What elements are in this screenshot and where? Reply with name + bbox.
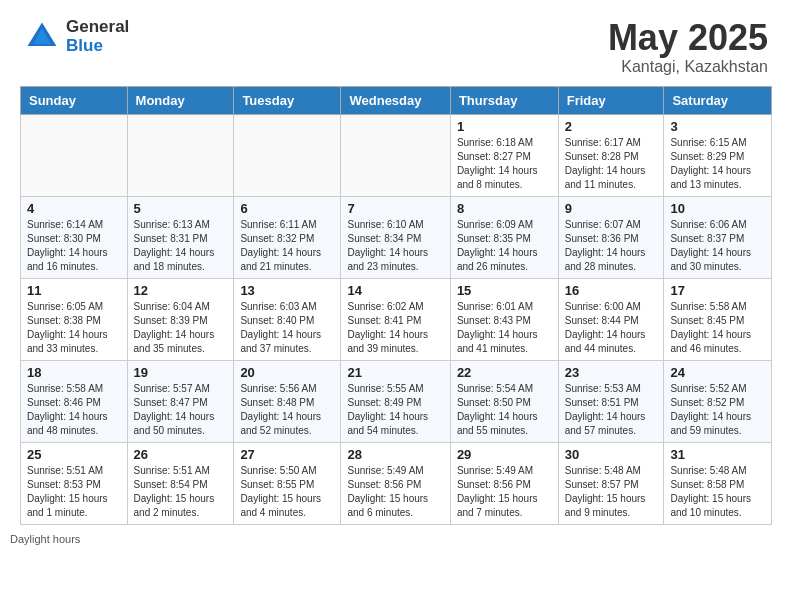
day-number: 22 [457, 365, 552, 380]
day-info: Sunrise: 5:56 AMSunset: 8:48 PMDaylight:… [240, 383, 321, 436]
day-number: 19 [134, 365, 228, 380]
logo-blue: Blue [66, 37, 129, 56]
calendar-day-header: Tuesday [234, 86, 341, 114]
calendar-day-cell: 11 Sunrise: 6:05 AMSunset: 8:38 PMDaylig… [21, 278, 128, 360]
day-number: 3 [670, 119, 765, 134]
day-info: Sunrise: 6:09 AMSunset: 8:35 PMDaylight:… [457, 219, 538, 272]
day-number: 2 [565, 119, 658, 134]
footer: Daylight hours [0, 525, 792, 549]
calendar-day-cell: 21 Sunrise: 5:55 AMSunset: 8:49 PMDaylig… [341, 360, 450, 442]
day-info: Sunrise: 6:04 AMSunset: 8:39 PMDaylight:… [134, 301, 215, 354]
day-info: Sunrise: 5:48 AMSunset: 8:57 PMDaylight:… [565, 465, 646, 518]
day-info: Sunrise: 5:49 AMSunset: 8:56 PMDaylight:… [457, 465, 538, 518]
day-info: Sunrise: 6:18 AMSunset: 8:27 PMDaylight:… [457, 137, 538, 190]
day-info: Sunrise: 5:48 AMSunset: 8:58 PMDaylight:… [670, 465, 751, 518]
footer-text: Daylight hours [10, 533, 80, 545]
calendar-table: SundayMondayTuesdayWednesdayThursdayFrid… [20, 86, 772, 525]
calendar-day-header: Friday [558, 86, 664, 114]
day-info: Sunrise: 6:07 AMSunset: 8:36 PMDaylight:… [565, 219, 646, 272]
calendar-day-cell: 18 Sunrise: 5:58 AMSunset: 8:46 PMDaylig… [21, 360, 128, 442]
calendar-day-cell: 27 Sunrise: 5:50 AMSunset: 8:55 PMDaylig… [234, 442, 341, 524]
calendar-day-cell: 22 Sunrise: 5:54 AMSunset: 8:50 PMDaylig… [450, 360, 558, 442]
day-info: Sunrise: 5:50 AMSunset: 8:55 PMDaylight:… [240, 465, 321, 518]
calendar-day-cell: 12 Sunrise: 6:04 AMSunset: 8:39 PMDaylig… [127, 278, 234, 360]
day-number: 28 [347, 447, 443, 462]
calendar-day-cell: 25 Sunrise: 5:51 AMSunset: 8:53 PMDaylig… [21, 442, 128, 524]
day-info: Sunrise: 5:53 AMSunset: 8:51 PMDaylight:… [565, 383, 646, 436]
day-info: Sunrise: 6:00 AMSunset: 8:44 PMDaylight:… [565, 301, 646, 354]
calendar-day-cell: 24 Sunrise: 5:52 AMSunset: 8:52 PMDaylig… [664, 360, 772, 442]
day-number: 14 [347, 283, 443, 298]
day-info: Sunrise: 5:51 AMSunset: 8:53 PMDaylight:… [27, 465, 108, 518]
day-info: Sunrise: 6:03 AMSunset: 8:40 PMDaylight:… [240, 301, 321, 354]
calendar-day-header: Sunday [21, 86, 128, 114]
day-info: Sunrise: 5:51 AMSunset: 8:54 PMDaylight:… [134, 465, 215, 518]
calendar-day-cell: 23 Sunrise: 5:53 AMSunset: 8:51 PMDaylig… [558, 360, 664, 442]
day-info: Sunrise: 5:52 AMSunset: 8:52 PMDaylight:… [670, 383, 751, 436]
day-info: Sunrise: 6:11 AMSunset: 8:32 PMDaylight:… [240, 219, 321, 272]
calendar-day-cell: 30 Sunrise: 5:48 AMSunset: 8:57 PMDaylig… [558, 442, 664, 524]
calendar-day-cell: 28 Sunrise: 5:49 AMSunset: 8:56 PMDaylig… [341, 442, 450, 524]
calendar-day-cell: 7 Sunrise: 6:10 AMSunset: 8:34 PMDayligh… [341, 196, 450, 278]
location: Kantagi, Kazakhstan [608, 58, 768, 76]
calendar-day-cell: 6 Sunrise: 6:11 AMSunset: 8:32 PMDayligh… [234, 196, 341, 278]
day-info: Sunrise: 6:15 AMSunset: 8:29 PMDaylight:… [670, 137, 751, 190]
day-number: 27 [240, 447, 334, 462]
calendar-day-cell: 16 Sunrise: 6:00 AMSunset: 8:44 PMDaylig… [558, 278, 664, 360]
calendar-day-cell: 20 Sunrise: 5:56 AMSunset: 8:48 PMDaylig… [234, 360, 341, 442]
logo-general: General [66, 18, 129, 37]
logo-text: General Blue [66, 18, 129, 55]
day-number: 20 [240, 365, 334, 380]
day-number: 12 [134, 283, 228, 298]
calendar-week-row: 11 Sunrise: 6:05 AMSunset: 8:38 PMDaylig… [21, 278, 772, 360]
day-number: 31 [670, 447, 765, 462]
day-number: 24 [670, 365, 765, 380]
day-number: 11 [27, 283, 121, 298]
title-block: May 2025 Kantagi, Kazakhstan [608, 18, 768, 76]
calendar-day-cell: 3 Sunrise: 6:15 AMSunset: 8:29 PMDayligh… [664, 114, 772, 196]
day-number: 18 [27, 365, 121, 380]
day-number: 15 [457, 283, 552, 298]
day-info: Sunrise: 5:58 AMSunset: 8:46 PMDaylight:… [27, 383, 108, 436]
calendar-header-row: SundayMondayTuesdayWednesdayThursdayFrid… [21, 86, 772, 114]
calendar-day-cell: 1 Sunrise: 6:18 AMSunset: 8:27 PMDayligh… [450, 114, 558, 196]
day-number: 6 [240, 201, 334, 216]
day-number: 21 [347, 365, 443, 380]
calendar-day-cell: 2 Sunrise: 6:17 AMSunset: 8:28 PMDayligh… [558, 114, 664, 196]
calendar-day-cell: 19 Sunrise: 5:57 AMSunset: 8:47 PMDaylig… [127, 360, 234, 442]
day-info: Sunrise: 6:13 AMSunset: 8:31 PMDaylight:… [134, 219, 215, 272]
month-title: May 2025 [608, 18, 768, 58]
calendar-day-cell: 14 Sunrise: 6:02 AMSunset: 8:41 PMDaylig… [341, 278, 450, 360]
calendar-day-cell: 4 Sunrise: 6:14 AMSunset: 8:30 PMDayligh… [21, 196, 128, 278]
calendar-day-cell: 17 Sunrise: 5:58 AMSunset: 8:45 PMDaylig… [664, 278, 772, 360]
calendar-day-cell: 8 Sunrise: 6:09 AMSunset: 8:35 PMDayligh… [450, 196, 558, 278]
day-info: Sunrise: 5:55 AMSunset: 8:49 PMDaylight:… [347, 383, 428, 436]
calendar-day-cell: 5 Sunrise: 6:13 AMSunset: 8:31 PMDayligh… [127, 196, 234, 278]
calendar-day-cell: 15 Sunrise: 6:01 AMSunset: 8:43 PMDaylig… [450, 278, 558, 360]
day-number: 8 [457, 201, 552, 216]
day-number: 4 [27, 201, 121, 216]
day-number: 25 [27, 447, 121, 462]
calendar-week-row: 25 Sunrise: 5:51 AMSunset: 8:53 PMDaylig… [21, 442, 772, 524]
calendar-day-header: Saturday [664, 86, 772, 114]
calendar-day-cell: 31 Sunrise: 5:48 AMSunset: 8:58 PMDaylig… [664, 442, 772, 524]
calendar-day-cell [127, 114, 234, 196]
calendar-day-cell: 29 Sunrise: 5:49 AMSunset: 8:56 PMDaylig… [450, 442, 558, 524]
calendar-day-cell [341, 114, 450, 196]
day-info: Sunrise: 5:54 AMSunset: 8:50 PMDaylight:… [457, 383, 538, 436]
calendar-day-header: Thursday [450, 86, 558, 114]
day-number: 16 [565, 283, 658, 298]
page-header: General Blue May 2025 Kantagi, Kazakhsta… [0, 0, 792, 86]
day-number: 1 [457, 119, 552, 134]
day-number: 5 [134, 201, 228, 216]
day-info: Sunrise: 6:10 AMSunset: 8:34 PMDaylight:… [347, 219, 428, 272]
day-number: 29 [457, 447, 552, 462]
logo-icon [24, 19, 60, 55]
day-number: 30 [565, 447, 658, 462]
day-number: 10 [670, 201, 765, 216]
calendar-week-row: 4 Sunrise: 6:14 AMSunset: 8:30 PMDayligh… [21, 196, 772, 278]
day-number: 17 [670, 283, 765, 298]
day-number: 9 [565, 201, 658, 216]
calendar-day-cell [21, 114, 128, 196]
calendar-day-cell: 13 Sunrise: 6:03 AMSunset: 8:40 PMDaylig… [234, 278, 341, 360]
